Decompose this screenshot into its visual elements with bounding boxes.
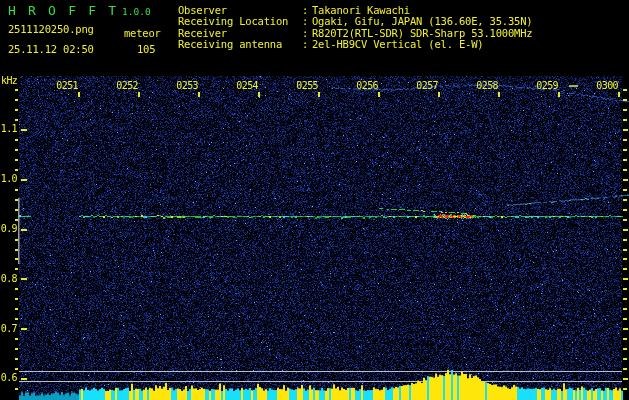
x-axis-tick-label: 0255	[295, 81, 318, 91]
info-label: Receiving Location	[178, 16, 302, 27]
info-colon: :	[302, 39, 312, 50]
y-axis-unit: kHz	[1, 76, 17, 86]
info-value: 2el-HB9CV Vertical (el. E-W)	[312, 39, 483, 50]
x-axis-tick-label: 0256	[355, 81, 378, 91]
y-axis-tick-label: 0.6	[0, 373, 17, 383]
y-axis-tick-label: 1.1	[0, 124, 17, 134]
file-name: 2511120250.png	[8, 24, 94, 35]
hrofft-window: H R O F F T 1.0.0 2511120250.png meteor …	[0, 0, 629, 400]
y-axis-tick-label: 0.8	[0, 274, 17, 284]
app-title: H R O F F T	[8, 4, 118, 17]
info-row-location: Receiving Location : Ogaki, Gifu, JAPAN …	[178, 16, 532, 27]
station-info: Observer : Takanori Kawachi Receiving Lo…	[178, 5, 532, 50]
x-axis-tick-label: 0259	[535, 81, 558, 91]
echo-count: 105	[137, 44, 155, 55]
x-axis-tick-label: 0257	[415, 81, 438, 91]
x-axis-tick-label: 0253	[175, 81, 198, 91]
mode-label: meteor	[124, 28, 161, 39]
x-axis-tick-label: 0251	[55, 81, 78, 91]
y-axis-tick-label: 0.9	[0, 224, 17, 234]
spectrogram-canvas	[0, 0, 629, 400]
x-axis-tick-label: 0254	[235, 81, 258, 91]
info-value: Ogaki, Gifu, JAPAN (136.60E, 35.35N)	[312, 16, 532, 27]
y-axis-tick-label: 0.7	[0, 324, 17, 334]
info-label: Receiving antenna	[178, 39, 302, 50]
datetime-label: 25.11.12 02:50	[8, 44, 94, 55]
y-axis-tick-label: 1.0	[0, 174, 17, 184]
info-colon: :	[302, 16, 312, 27]
x-axis-tick-label: 0252	[115, 81, 138, 91]
app-version: 1.0.0	[122, 7, 151, 17]
info-row-antenna: Receiving antenna : 2el-HB9CV Vertical (…	[178, 39, 532, 50]
x-axis-tick-label: 0258	[475, 81, 498, 91]
x-axis-tick-label: 0300	[595, 81, 618, 91]
